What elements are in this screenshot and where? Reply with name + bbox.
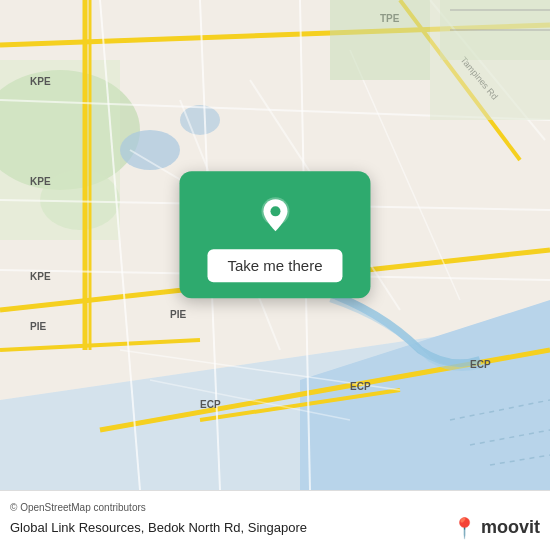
bottom-info-bar: © OpenStreetMap contributors Global Link… xyxy=(0,490,550,550)
svg-text:PIE: PIE xyxy=(170,309,186,320)
moovit-pin-icon: 📍 xyxy=(452,516,477,540)
osm-attribution: © OpenStreetMap contributors xyxy=(10,502,540,513)
map-view[interactable]: KPE KPE KPE TPE PIE PIE ECP ECP ECP Tamp… xyxy=(0,0,550,490)
svg-point-6 xyxy=(120,130,180,170)
svg-text:ECP: ECP xyxy=(350,381,371,392)
place-name: Global Link Resources, Bedok North Rd, S… xyxy=(10,520,307,535)
svg-rect-5 xyxy=(0,60,120,240)
svg-text:ECP: ECP xyxy=(200,399,221,410)
svg-text:KPE: KPE xyxy=(30,271,51,282)
moovit-brand-text: moovit xyxy=(481,517,540,538)
svg-text:KPE: KPE xyxy=(30,76,51,87)
svg-rect-39 xyxy=(330,0,430,80)
svg-text:KPE: KPE xyxy=(30,176,51,187)
svg-point-7 xyxy=(180,105,220,135)
take-me-there-button[interactable]: Take me there xyxy=(207,249,342,282)
svg-point-48 xyxy=(270,206,280,216)
location-popup: Take me there xyxy=(179,171,370,298)
place-info-row: Global Link Resources, Bedok North Rd, S… xyxy=(10,516,540,540)
svg-rect-41 xyxy=(430,0,550,120)
moovit-logo: 📍 moovit xyxy=(452,516,540,540)
svg-text:ECP: ECP xyxy=(470,359,491,370)
svg-text:PIE: PIE xyxy=(30,321,46,332)
location-marker-icon xyxy=(251,191,299,239)
